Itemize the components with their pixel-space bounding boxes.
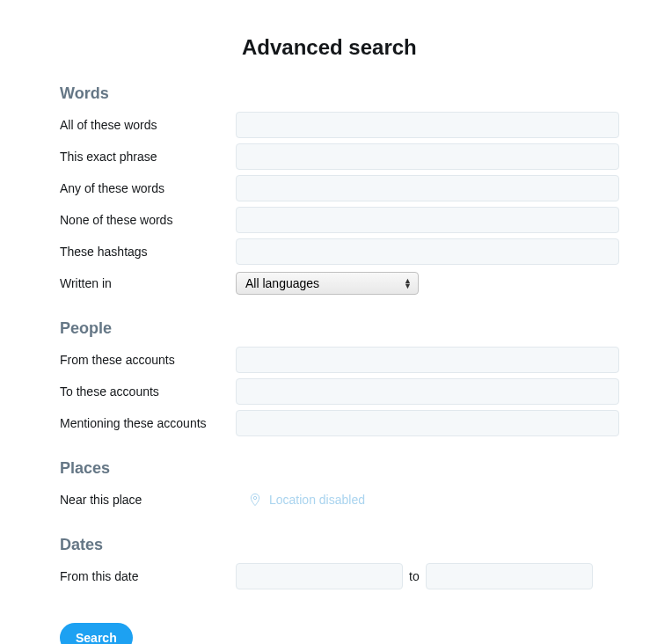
label-near-place: Near this place xyxy=(60,493,236,507)
row-hashtags: These hashtags xyxy=(60,238,619,265)
row-all-words: All of these words xyxy=(60,112,619,138)
input-all-words[interactable] xyxy=(236,112,619,138)
location-disabled: Location disabled xyxy=(248,493,365,507)
row-from-accounts: From these accounts xyxy=(60,347,619,373)
label-from-accounts: From these accounts xyxy=(60,353,236,367)
section-heading-people: People xyxy=(60,319,619,338)
row-written-in: Written in All languages ▲▼ xyxy=(60,270,619,296)
row-none-words: None of these words xyxy=(60,207,619,233)
row-from-date: From this date to xyxy=(60,563,619,589)
page-title: Advanced search xyxy=(242,35,619,60)
input-to-date[interactable] xyxy=(426,563,593,589)
row-any-words: Any of these words xyxy=(60,175,619,201)
label-exact-phrase: This exact phrase xyxy=(60,150,236,164)
row-to-accounts: To these accounts xyxy=(60,378,619,405)
label-from-date: From this date xyxy=(60,569,236,583)
input-exact-phrase[interactable] xyxy=(236,143,619,170)
date-to-text: to xyxy=(409,569,420,583)
input-hashtags[interactable] xyxy=(236,238,619,265)
row-mentioning: Mentioning these accounts xyxy=(60,410,619,436)
svg-point-0 xyxy=(253,496,256,499)
input-from-accounts[interactable] xyxy=(236,347,619,373)
location-pin-icon xyxy=(248,493,262,507)
select-language[interactable]: All languages xyxy=(236,272,419,295)
input-from-date[interactable] xyxy=(236,563,403,589)
label-written-in: Written in xyxy=(60,276,236,290)
search-button[interactable]: Search xyxy=(60,623,133,644)
input-any-words[interactable] xyxy=(236,175,619,201)
section-heading-words: Words xyxy=(60,84,619,103)
section-heading-places: Places xyxy=(60,459,619,478)
location-disabled-text: Location disabled xyxy=(269,493,365,507)
label-any-words: Any of these words xyxy=(60,181,236,195)
input-mentioning[interactable] xyxy=(236,410,619,436)
row-exact-phrase: This exact phrase xyxy=(60,143,619,170)
label-hashtags: These hashtags xyxy=(60,245,236,259)
label-mentioning: Mentioning these accounts xyxy=(60,416,236,430)
input-none-words[interactable] xyxy=(236,207,619,233)
label-none-words: None of these words xyxy=(60,213,236,227)
section-heading-dates: Dates xyxy=(60,536,619,554)
row-near-place: Near this place Location disabled xyxy=(60,487,619,513)
input-to-accounts[interactable] xyxy=(236,378,619,405)
label-all-words: All of these words xyxy=(60,118,236,132)
label-to-accounts: To these accounts xyxy=(60,384,236,399)
